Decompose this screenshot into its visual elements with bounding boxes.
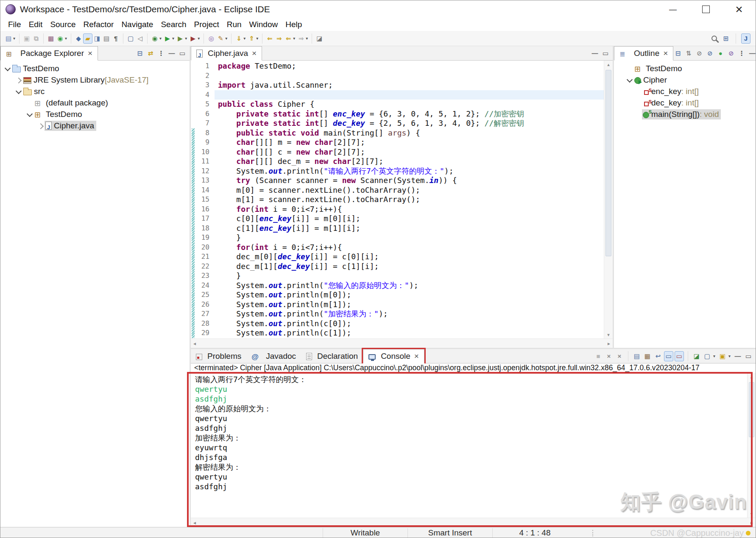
hide-non-public-icon[interactable]: ● [716,48,725,58]
build-all-icon[interactable]: ▦ [46,33,56,44]
menu-refactor[interactable]: Refactor [84,20,114,29]
import-icon[interactable]: ⇓ [234,33,243,44]
open-perspective-icon[interactable]: ⊞ [721,33,731,44]
tab-problems[interactable]: Problems [191,349,246,363]
editor-vertical-scrollbar[interactable] [604,61,613,338]
terminate-icon[interactable]: ■ [594,351,603,361]
tree-item-testdemo[interactable]: TestDemo [0,108,190,120]
scroll-down-icon[interactable] [748,510,756,518]
back-dropdown-icon[interactable] [293,36,295,41]
console-horizontal-scrollbar[interactable] [191,518,756,527]
expand-icon[interactable] [37,122,45,130]
remove-all-terminated-icon[interactable]: × [615,351,624,361]
tab-declaration[interactable]: Declaration [301,349,363,363]
forward-dropdown-icon[interactable] [306,36,308,41]
save-all-icon[interactable]: ⧉ [31,33,41,44]
search-icon[interactable] [709,33,719,44]
close-tab-icon[interactable] [663,49,668,58]
menu-edit[interactable]: Edit [29,20,43,29]
display-selected-console-icon[interactable]: ▢ [703,351,712,361]
display-selected-console-dropdown-icon[interactable] [713,354,715,358]
close-tab-icon[interactable] [252,49,257,58]
tree-item-jre-system-library[interactable]: JRE System Library [JavaSE-17] [0,74,190,86]
collapse-icon[interactable] [626,76,633,84]
link-with-editor-icon[interactable]: ⇄ [146,48,155,58]
scroll-lock-icon[interactable]: ▦ [643,351,652,361]
view-menu-icon[interactable]: ⋮ [737,48,746,58]
hide-local-types-icon[interactable]: ⊘ [726,48,736,58]
tree-item-main-string[interactable]: main(String[]) : void [614,108,756,120]
tree-item-testdemo[interactable]: TestDemo [0,63,190,74]
scroll-right-icon[interactable] [750,520,753,526]
minimize-icon[interactable]: — [167,48,176,58]
export-dropdown-icon[interactable] [256,36,258,41]
show-whitespace-icon[interactable]: ¶ [111,33,120,44]
tree-item-src[interactable]: src [0,86,190,97]
debug-dropdown-icon[interactable] [159,36,162,41]
scroll-up-icon[interactable] [748,373,756,380]
tab-console[interactable]: Console [363,349,424,363]
menu-project[interactable]: Project [194,20,219,29]
pin-editor-icon[interactable]: ◪ [315,33,324,44]
tab-javadoc[interactable]: Javadoc [246,349,301,363]
code-area[interactable]: 1package TestDemo;23import java.util.Sca… [191,61,604,338]
maximize-window-icon[interactable] [689,0,723,18]
collapse-icon[interactable] [4,65,11,72]
clear-console-icon[interactable]: ▤ [632,351,642,361]
scrollbar-thumb[interactable] [749,382,754,437]
import-dropdown-icon[interactable] [243,36,245,41]
scroll-left-icon[interactable] [193,520,196,526]
debug-icon[interactable]: ◉ [150,33,159,44]
tree-item-dec-key[interactable]: dec_key : int[] [614,97,756,108]
tree-item-default-package[interactable]: (default package) [0,97,190,108]
new-wizard-dropdown-icon[interactable] [13,36,15,41]
java-perspective-icon[interactable]: J [741,33,750,44]
save-icon[interactable]: ▣ [22,33,31,44]
tab-outline[interactable]: Outline [614,46,673,61]
scrollbar-thumb[interactable] [605,70,611,256]
sort-icon[interactable]: ⇅ [684,48,693,58]
editor-horizontal-scrollbar[interactable] [191,338,613,348]
collapse-icon[interactable] [15,88,22,95]
scroll-up-icon[interactable] [604,61,613,68]
close-tab-icon[interactable] [88,49,92,58]
menu-run[interactable]: Run [227,20,242,29]
show-on-stderr-change-icon[interactable]: ▭ [675,351,684,361]
expand-icon[interactable] [15,76,22,84]
tree-item-testdemo[interactable]: TestDemo [614,63,756,74]
menu-search[interactable]: Search [161,20,186,29]
word-wrap-icon[interactable]: ↩ [653,351,663,361]
scroll-right-icon[interactable] [608,341,610,347]
minimize-icon[interactable]: — [733,351,742,361]
open-artifact-icon[interactable]: ◎ [206,33,216,44]
scroll-down-icon[interactable] [604,331,613,338]
open-console-icon[interactable]: ▣ [718,351,727,361]
menu-help[interactable]: Help [285,20,302,29]
close-tab-icon[interactable] [414,352,419,361]
menu-source[interactable]: Source [50,20,75,29]
last-edit-location-icon[interactable]: ⇐ [265,33,274,44]
profile-icon[interactable]: ▶ [188,33,198,44]
forward-icon[interactable]: ⇒ [296,33,306,44]
coverage-dropdown-icon[interactable] [185,36,187,41]
format-paint-dropdown-icon[interactable] [225,36,227,41]
collapse-all-icon[interactable]: ⊟ [135,48,145,58]
tree-item-cipher-java[interactable]: Cipher.java [0,120,190,131]
maximize-icon[interactable]: ▭ [744,351,753,361]
refresh-dropdown-icon[interactable] [65,36,67,41]
coverage-icon[interactable]: ▶ [176,33,185,44]
minimize-window-icon[interactable] [656,0,689,18]
minimize-icon[interactable]: — [590,48,600,58]
next-edit-location-icon[interactable]: ⇒ [274,33,284,44]
menu-file[interactable]: File [8,20,21,29]
open-console-dropdown-icon[interactable] [728,354,731,358]
maximize-icon[interactable]: ▭ [601,48,610,58]
collapse-all-icon[interactable]: ⊟ [673,48,683,58]
back-icon[interactable]: ⇐ [284,33,293,44]
pin-console-icon[interactable]: ◪ [692,351,701,361]
menu-navigate[interactable]: Navigate [121,20,153,29]
show-on-stdout-change-icon[interactable]: ▭ [664,351,673,361]
hide-fields-icon[interactable]: ⊘ [695,48,704,58]
tree-item-enc-key[interactable]: enc_key : int[] [614,86,756,97]
new-wizard-icon[interactable]: ▤ [4,33,13,44]
